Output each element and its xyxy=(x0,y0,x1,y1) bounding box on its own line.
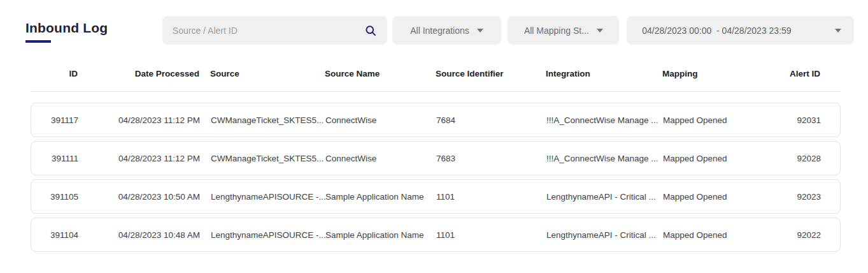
column-header-source: Source xyxy=(199,69,325,78)
cell-source-identifier: 1101 xyxy=(436,230,546,240)
cell-mapping: Mapped Opened xyxy=(663,115,790,125)
cell-integration: !!!A_ConnectWise Manage ... xyxy=(546,115,663,125)
cell-source-name: Sample Application Name xyxy=(325,230,436,240)
mapping-status-dropdown[interactable]: All Mapping St... xyxy=(508,16,619,45)
cell-id: 391104 xyxy=(44,230,80,240)
cell-integration: LengthynameAPI - Critical ... xyxy=(546,192,663,202)
integrations-dropdown-value: All Integrations xyxy=(410,26,469,36)
table-row[interactable]: 391104 04/28/2023 10:48 AM LengthynameAP… xyxy=(31,218,841,252)
date-range-value: 04/28/2023 00:00 - 04/28/2023 23:59 xyxy=(642,26,791,36)
cell-id: 391117 xyxy=(44,115,80,125)
cell-source: LengthynameAPISOURCE -... xyxy=(200,230,325,240)
cell-alert-id: 92031 xyxy=(790,115,829,125)
cell-id: 391111 xyxy=(44,154,80,163)
title-underline xyxy=(25,40,51,43)
cell-mapping: Mapped Opened xyxy=(663,154,790,163)
integrations-dropdown[interactable]: All Integrations xyxy=(392,16,502,45)
table-header-row: ID Date Processed Source Source Name Sou… xyxy=(31,68,841,79)
column-header-id: ID xyxy=(43,69,80,78)
cell-alert-id: 92023 xyxy=(790,192,829,202)
date-range-picker[interactable]: 04/28/2023 00:00 - 04/28/2023 23:59 xyxy=(627,16,854,45)
cell-source: LengthynameAPISOURCE -... xyxy=(200,192,325,202)
cell-source-identifier: 7684 xyxy=(436,115,546,125)
column-header-integration: Integration xyxy=(546,69,662,78)
column-header-source-name: Source Name xyxy=(325,69,436,78)
chevron-down-icon xyxy=(597,29,603,33)
table-row[interactable]: 391105 04/28/2023 10:50 AM LengthynameAP… xyxy=(31,179,841,214)
chevron-down-icon xyxy=(835,29,841,33)
cell-source-name: Sample Application Name xyxy=(325,192,436,202)
page-title: Inbound Log xyxy=(25,20,162,36)
mapping-status-dropdown-value: All Mapping St... xyxy=(524,26,589,36)
column-header-date-processed: Date Processed xyxy=(80,69,199,78)
cell-source-name: ConnectWise xyxy=(325,115,436,125)
column-header-alert-id: Alert ID xyxy=(790,69,828,78)
cell-date-processed: 04/28/2023 10:48 AM xyxy=(80,230,200,240)
cell-date-processed: 04/28/2023 11:12 PM xyxy=(80,154,200,163)
column-header-mapping: Mapping xyxy=(662,69,790,78)
title-block: Inbound Log xyxy=(25,16,162,43)
cell-id: 391105 xyxy=(44,192,80,202)
search-input[interactable] xyxy=(173,26,362,36)
column-header-source-identifier: Source Identifier xyxy=(436,69,546,78)
cell-alert-id: 92022 xyxy=(790,230,829,240)
search-box xyxy=(162,16,387,45)
cell-mapping: Mapped Opened xyxy=(663,230,790,240)
cell-source-identifier: 1101 xyxy=(436,192,546,202)
header-divider xyxy=(31,91,841,92)
cell-integration: !!!A_ConnectWise Manage ... xyxy=(546,154,663,163)
search-icon xyxy=(364,24,377,37)
cell-source: CWManageTicket_SKTES5... xyxy=(200,154,325,163)
top-bar: Inbound Log All Integrations All Mapping… xyxy=(0,0,868,45)
cell-alert-id: 92028 xyxy=(790,154,829,163)
log-rows: 391117 04/28/2023 11:12 PM CWManageTicke… xyxy=(31,103,841,252)
cell-integration: LengthynameAPI - Critical ... xyxy=(546,230,663,240)
chevron-down-icon xyxy=(477,29,483,33)
cell-source: CWManageTicket_SKTES5... xyxy=(200,115,325,125)
cell-date-processed: 04/28/2023 10:50 AM xyxy=(80,192,200,202)
cell-date-processed: 04/28/2023 11:12 PM xyxy=(80,115,200,125)
cell-source-identifier: 7683 xyxy=(436,154,546,163)
search-button[interactable] xyxy=(362,22,380,40)
table-row[interactable]: 391111 04/28/2023 11:12 PM CWManageTicke… xyxy=(31,141,841,175)
table-row[interactable]: 391117 04/28/2023 11:12 PM CWManageTicke… xyxy=(31,103,841,137)
cell-mapping: Mapped Opened xyxy=(663,192,790,202)
cell-source-name: ConnectWise xyxy=(325,154,436,163)
